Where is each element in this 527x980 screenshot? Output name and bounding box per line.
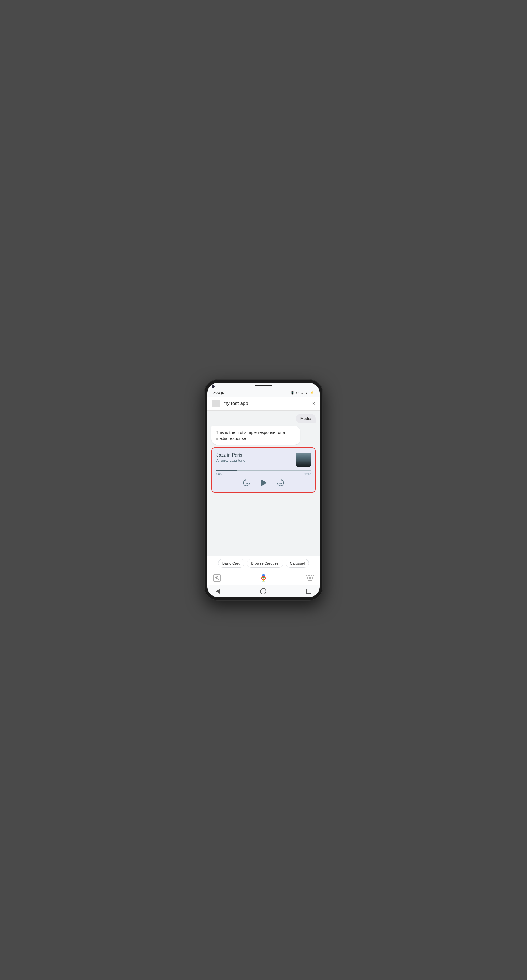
forward-button[interactable]: 30 <box>276 478 285 487</box>
media-card-header: Jazz in Paris A funky Jazz tune <box>217 453 310 467</box>
mic-container[interactable] <box>259 574 268 582</box>
nav-back-button[interactable] <box>216 589 220 594</box>
play-button[interactable] <box>260 479 267 486</box>
speaker <box>255 385 272 386</box>
bot-message: This is the first simple response for a … <box>211 426 300 445</box>
media-controls: 10 30 <box>217 478 310 487</box>
phone-screen: 2:24 ▶ 📳 ⊖ ▲ ▲ ⚡ my test app × Media <box>207 383 320 597</box>
chat-area: Media This is the first simple response … <box>207 410 320 556</box>
clock: 2:24 <box>213 391 220 395</box>
progress-container[interactable]: 00:23 01:42 <box>217 470 310 476</box>
progress-track <box>217 470 310 471</box>
app-icon <box>212 399 220 407</box>
app-title: my test app <box>223 401 248 406</box>
suggestion-browse-carousel[interactable]: Browse Carousel <box>247 559 283 568</box>
camera-dot <box>212 385 215 388</box>
phone-device: 2:24 ▶ 📳 ⊖ ▲ ▲ ⚡ my test app × Media <box>204 379 323 601</box>
svg-text:30: 30 <box>279 482 282 485</box>
wifi-icon: ▲ <box>300 391 304 395</box>
media-player-card: Jazz in Paris A funky Jazz tune 00:23 01… <box>211 447 316 493</box>
media-thumbnail <box>296 453 310 467</box>
play-status-icon: ▶ <box>221 391 224 395</box>
total-time: 01:42 <box>303 472 310 476</box>
battery-icon: ⚡ <box>310 391 314 395</box>
media-title: Jazz in Paris <box>217 453 296 458</box>
svg-text:10: 10 <box>245 482 248 485</box>
svg-line-3 <box>218 579 219 580</box>
progress-times: 00:23 01:42 <box>217 472 310 476</box>
suggestions-bar: Basic Card Browse Carousel Carousel <box>207 556 320 571</box>
back-icon <box>216 589 220 594</box>
app-header-left: my test app <box>212 399 248 407</box>
suggestion-carousel[interactable]: Carousel <box>286 559 309 568</box>
signal-icon: ▲ <box>305 391 308 395</box>
suggestion-basic-card[interactable]: Basic Card <box>218 559 245 568</box>
input-bar <box>207 571 320 585</box>
app-header: my test app × <box>207 397 320 410</box>
svg-rect-9 <box>263 576 265 578</box>
user-message: Media <box>296 414 316 423</box>
recent-icon <box>306 589 311 594</box>
play-icon <box>261 479 267 486</box>
user-message-text: Media <box>300 416 311 421</box>
close-button[interactable]: × <box>312 401 315 406</box>
media-subtitle: A funky Jazz tune <box>217 458 296 463</box>
status-time: 2:24 ▶ <box>213 391 224 395</box>
nav-recent-button[interactable] <box>306 589 311 594</box>
lens-button[interactable] <box>213 574 221 582</box>
media-info: Jazz in Paris A funky Jazz tune <box>217 453 296 463</box>
svg-point-4 <box>216 577 217 578</box>
rewind-button[interactable]: 10 <box>242 478 251 487</box>
nav-bar <box>207 585 320 597</box>
vibrate-icon: 📳 <box>290 391 295 395</box>
keyboard-button[interactable] <box>306 575 314 581</box>
nav-home-button[interactable] <box>260 588 266 594</box>
bot-message-text: This is the first simple response for a … <box>216 430 285 441</box>
svg-rect-6 <box>263 574 265 576</box>
status-icons: 📳 ⊖ ▲ ▲ ⚡ <box>290 391 314 395</box>
dnd-icon: ⊖ <box>296 391 299 395</box>
progress-fill <box>217 470 237 471</box>
current-time: 00:23 <box>217 472 224 476</box>
svg-rect-11 <box>263 578 265 579</box>
home-icon <box>260 588 266 594</box>
